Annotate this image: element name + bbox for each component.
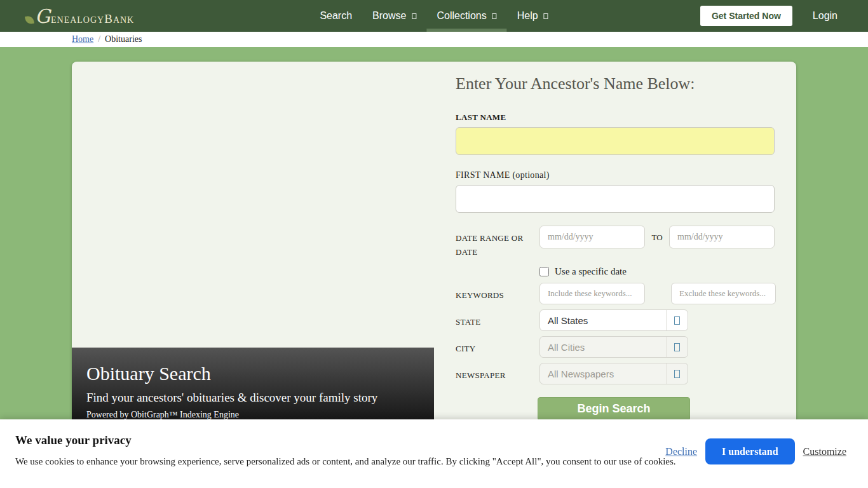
- date-to-input[interactable]: [669, 226, 775, 248]
- first-name-label: FIRST NAME (optional): [456, 170, 775, 180]
- nav-item-help[interactable]: Help: [507, 0, 559, 32]
- i-understand-button[interactable]: I understand: [705, 438, 794, 464]
- dropdown-caret-icon[interactable]: [667, 370, 688, 378]
- cookie-banner-actions: Decline I understand Customize: [665, 438, 846, 464]
- genealogybank-logo[interactable]: GENEALOGYBANK: [25, 5, 134, 27]
- search-form: Enter Your Ancestor's Name Below: LAST N…: [434, 62, 796, 471]
- dropdown-caret-icon[interactable]: [667, 316, 688, 325]
- state-label: STATE: [456, 309, 539, 329]
- newspaper-select[interactable]: All Newspapers: [539, 363, 688, 384]
- breadcrumb: Home / Obituaries: [0, 32, 868, 47]
- navbar-right: Get Started Now Login: [700, 0, 868, 32]
- begin-search-button[interactable]: Begin Search: [538, 397, 690, 421]
- state-select[interactable]: All States: [539, 309, 688, 331]
- form-title: Enter Your Ancestor's Name Below:: [456, 74, 775, 93]
- newspaper-select-value: All Newspapers: [540, 369, 666, 379]
- specific-date-row: Use a specific date: [539, 264, 775, 278]
- keywords-row: KEYWORDS: [456, 283, 775, 304]
- date-range-row: DATE RANGE OR DATE TO: [456, 226, 775, 259]
- obituary-search-card: Obituary Search Find your ancestors' obi…: [72, 62, 796, 471]
- to-label: TO: [645, 226, 669, 243]
- breadcrumb-current: Obituaries: [105, 34, 142, 44]
- newspaper-row: NEWSPAPER All Newspapers: [456, 363, 775, 384]
- leaf-icon: [25, 15, 34, 24]
- logo-text: GENEALOGYBANK: [35, 5, 134, 27]
- city-label: CITY: [456, 336, 539, 356]
- breadcrumb-home-link[interactable]: Home: [72, 34, 93, 44]
- nav-item-browse[interactable]: Browse: [362, 0, 426, 32]
- login-link[interactable]: Login: [813, 10, 837, 22]
- get-started-button[interactable]: Get Started Now: [700, 6, 792, 26]
- specific-date-label: Use a specific date: [555, 266, 627, 277]
- chevron-down-icon: [412, 13, 416, 19]
- customize-link[interactable]: Customize: [803, 446, 846, 458]
- date-range-label: DATE RANGE OR DATE: [456, 226, 539, 259]
- chevron-down-icon: [544, 13, 548, 19]
- hero-panel: Obituary Search Find your ancestors' obi…: [72, 62, 434, 471]
- first-name-input[interactable]: [456, 185, 775, 213]
- exclude-keywords-input[interactable]: [671, 283, 776, 304]
- state-select-value: All States: [540, 315, 666, 326]
- date-from-input[interactable]: [539, 226, 645, 248]
- dropdown-caret-icon[interactable]: [667, 343, 688, 351]
- hero-subtitle: Find your ancestors' obituaries & discov…: [86, 391, 434, 405]
- keywords-label: KEYWORDS: [456, 283, 539, 302]
- main-nav-menu: Search Browse Collections Help: [309, 0, 558, 32]
- nav-item-collections[interactable]: Collections: [426, 0, 506, 32]
- last-name-input[interactable]: [456, 127, 775, 155]
- nav-item-search[interactable]: Search: [309, 0, 362, 32]
- hero-powered-by: Powered by ObitGraph™ Indexing Engine: [86, 410, 434, 420]
- chevron-down-icon: [492, 13, 497, 19]
- newspaper-label: NEWSPAPER: [456, 363, 539, 383]
- specific-date-checkbox[interactable]: [539, 267, 549, 276]
- city-select[interactable]: All Cities: [539, 336, 688, 358]
- cookie-consent-banner: We value your privacy We use cookies to …: [0, 419, 868, 488]
- city-row: CITY All Cities: [456, 336, 775, 358]
- last-name-label: LAST NAME: [456, 112, 775, 123]
- hero-title: Obituary Search: [86, 363, 434, 384]
- decline-link[interactable]: Decline: [665, 446, 697, 458]
- include-keywords-input[interactable]: [539, 283, 645, 304]
- state-row: STATE All States: [456, 309, 775, 331]
- city-select-value: All Cities: [540, 342, 666, 353]
- breadcrumb-separator: /: [98, 34, 100, 44]
- top-navbar: GENEALOGYBANK Search Browse Collections …: [0, 0, 868, 32]
